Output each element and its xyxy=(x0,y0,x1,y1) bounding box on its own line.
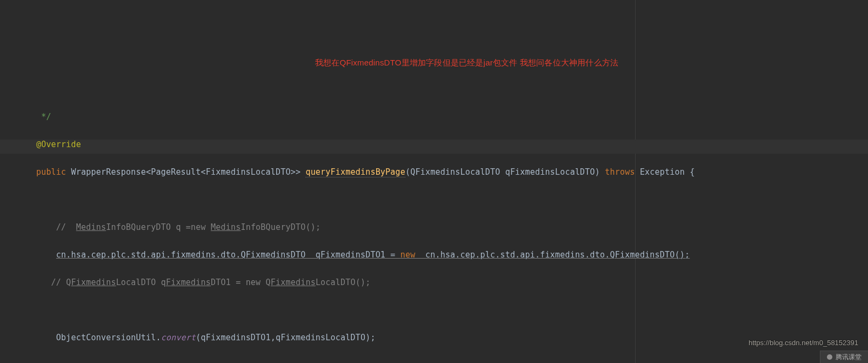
annotation-overlay: 我想在QFixmedinsDTO里增加字段但是已经是jar包文件 我想问各位大神… xyxy=(315,56,618,70)
method-signature: public WrapperResponse<PageResult<Fixmed… xyxy=(16,166,868,180)
comment-line-2: // QFixmedinsLocalDTO qFixmedinsDTO1 = n… xyxy=(16,276,868,290)
override-annotation: @Override xyxy=(16,138,868,152)
comment-line-1: // MedinsInfoBQueryDTO q =new MedinsInfo… xyxy=(16,221,868,235)
convert-call: ObjectConversionUtil.convert(qFixmedinsD… xyxy=(16,331,868,345)
code-editor[interactable]: 我想在QFixmedinsDTO里增加字段但是已经是jar包文件 我想问各位大神… xyxy=(0,0,868,363)
doc-comment-end: */ xyxy=(16,110,868,124)
code-content: */ @Override public WrapperResponse<Page… xyxy=(16,97,868,364)
new-qfixmedins-line: cn.hsa.cep.plc.std.api.fixmedins.dto.QFi… xyxy=(16,248,868,262)
